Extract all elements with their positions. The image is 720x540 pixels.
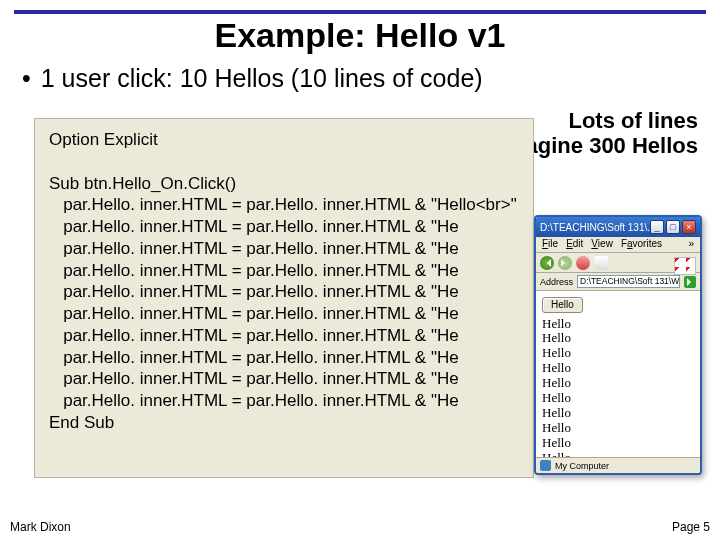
status-bar: My Computer	[536, 457, 700, 473]
address-input[interactable]: D:\TEACHING\Soft 131\Week0	[577, 275, 680, 288]
bullet-dot: •	[22, 64, 31, 92]
address-label: Address	[540, 277, 573, 287]
code-option: Option Explicit	[49, 130, 158, 149]
code-sub-close: End Sub	[49, 413, 114, 432]
refresh-icon[interactable]	[594, 256, 608, 270]
title-rule	[14, 10, 706, 14]
hello-button[interactable]: Hello	[542, 297, 583, 313]
page-body: Hello Hello Hello Hello Hello Hello Hell…	[536, 291, 700, 472]
maximize-button[interactable]: □	[666, 220, 680, 234]
hello-output-line: Hello	[542, 435, 571, 450]
menu-bar: File Edit View Favorites »	[536, 237, 700, 253]
minimize-button[interactable]: _	[650, 220, 664, 234]
window-titlebar[interactable]: D:\TEACHING\Soft 131\... _ □ ×	[536, 217, 700, 237]
hello-output-line: Hello	[542, 375, 571, 390]
forward-icon[interactable]	[558, 256, 572, 270]
code-box: Option Explicit Sub btn.Hello_On.Click()…	[34, 118, 534, 478]
bullet-text: 1 user click: 10 Hellos (10 lines of cod…	[41, 64, 483, 92]
hello-output-line: Hello	[542, 345, 571, 360]
zone-icon	[540, 460, 551, 471]
menu-view[interactable]: View	[591, 238, 613, 251]
back-icon[interactable]	[540, 256, 554, 270]
footer-page: Page 5	[672, 520, 710, 534]
footer-author: Mark Dixon	[10, 520, 71, 534]
go-button[interactable]	[684, 276, 696, 288]
address-bar: Address D:\TEACHING\Soft 131\Week0	[536, 273, 700, 291]
hello-output-line: Hello	[542, 405, 571, 420]
browser-window: D:\TEACHING\Soft 131\... _ □ × File Edit…	[534, 215, 702, 475]
close-button[interactable]: ×	[682, 220, 696, 234]
menu-file[interactable]: File	[542, 238, 558, 251]
hello-output-line: Hello	[542, 390, 571, 405]
hello-output-line: Hello	[542, 330, 571, 345]
menu-edit[interactable]: Edit	[566, 238, 583, 251]
menu-favorites[interactable]: Favorites	[621, 238, 662, 251]
hello-output-line: Hello	[542, 420, 571, 435]
slide-title: Example: Hello v1	[0, 16, 720, 55]
status-text: My Computer	[555, 461, 609, 471]
code-sub-open: Sub btn.Hello_On.Click()	[49, 174, 236, 193]
menu-overflow-icon[interactable]: »	[688, 238, 694, 251]
stop-icon[interactable]	[576, 256, 590, 270]
windows-flag-icon	[674, 257, 696, 275]
bullet-line: •1 user click: 10 Hellos (10 lines of co…	[22, 64, 483, 93]
window-title: D:\TEACHING\Soft 131\...	[540, 222, 650, 233]
hello-output-line: Hello	[542, 360, 571, 375]
hello-output-line: Hello	[542, 316, 571, 331]
